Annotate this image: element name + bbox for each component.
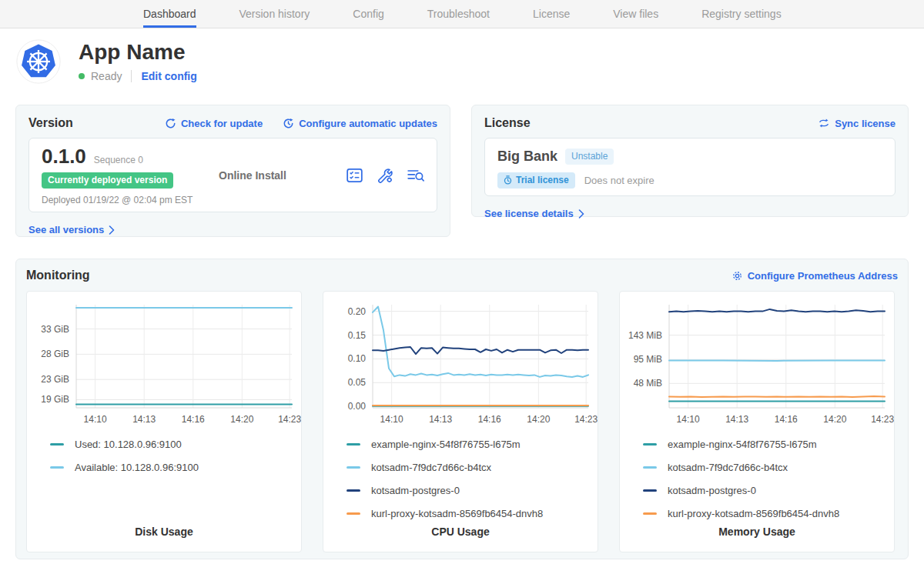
see-license-details-label: See license details: [484, 208, 574, 219]
svg-text:14:23: 14:23: [871, 414, 894, 425]
svg-text:14:20: 14:20: [230, 414, 253, 425]
svg-text:48 MiB: 48 MiB: [634, 378, 662, 389]
monitoring-title: Monitoring: [26, 269, 90, 282]
legend-item: kotsadm-postgres-0: [346, 485, 598, 496]
tab-license[interactable]: License: [533, 0, 570, 28]
legend-swatch: [50, 443, 64, 446]
legend-item: kotsadm-7f9dc7d66c-b4tcx: [643, 462, 894, 473]
clock-refresh-icon: [283, 118, 294, 129]
refresh-icon: [165, 118, 176, 129]
deployed-timestamp: Deployed 01/19/22 @ 02:04 pm EST: [42, 195, 219, 205]
legend-swatch: [346, 489, 360, 492]
svg-text:0.10: 0.10: [348, 353, 367, 364]
sync-license-button[interactable]: Sync license: [818, 118, 896, 129]
status-dot: [79, 73, 85, 79]
disk-usage-plot: 33 GiB28 GiB23 GiB19 GiB14:1014:1314:161…: [27, 292, 301, 431]
legend-label: kotsadm-7f9dc7d66c-b4tcx: [371, 462, 491, 473]
chart-series-line: [669, 309, 885, 312]
see-all-versions-link[interactable]: See all versions: [28, 224, 115, 235]
gear-icon: [732, 270, 743, 282]
cpu-usage-plot: 0.000.050.100.150.2014:1014:1314:1614:20…: [323, 292, 598, 431]
chart-series-line: [373, 307, 588, 377]
expiry-text: Does not expire: [584, 175, 654, 186]
legend-item: kotsadm-7f9dc7d66c-b4tcx: [346, 462, 598, 473]
stopwatch-icon: [504, 175, 512, 185]
customer-name: Big Bank: [497, 149, 557, 165]
see-license-details-link[interactable]: See license details: [484, 208, 584, 219]
svg-text:14:16: 14:16: [182, 414, 205, 425]
cpu-usage-legend: example-nginx-54f8f76755-l675mkotsadm-7f…: [323, 431, 598, 519]
svg-text:14:10: 14:10: [84, 414, 107, 425]
svg-text:14:16: 14:16: [478, 414, 501, 425]
edit-config-link[interactable]: Edit config: [141, 70, 196, 82]
svg-text:23 GiB: 23 GiB: [41, 374, 69, 385]
svg-text:95 MiB: 95 MiB: [634, 354, 662, 365]
legend-swatch: [643, 443, 657, 446]
legend-swatch: [643, 512, 657, 515]
legend-swatch: [346, 466, 360, 469]
legend-item: Used: 10.128.0.96:9100: [50, 439, 301, 450]
license-card: License Sync license Big Bank Unstable: [471, 105, 909, 217]
tab-dashboard[interactable]: Dashboard: [143, 0, 196, 28]
check-for-update-label: Check for update: [181, 118, 263, 129]
svg-text:0.00: 0.00: [348, 401, 367, 412]
legend-label: kurl-proxy-kotsadm-8569fb6454-dnvh8: [371, 508, 543, 519]
wrench-gear-icon[interactable]: [377, 168, 393, 183]
license-details-box: Big Bank Unstable Trial license Does not…: [484, 138, 896, 196]
tab-troubleshoot[interactable]: Troubleshoot: [427, 0, 490, 28]
line-chart-svg: 143 MiB95 MiB48 MiB14:1014:1314:1614:201…: [620, 295, 894, 431]
version-card: Version Check for update: [15, 105, 450, 237]
preflight-checklist-icon[interactable]: [346, 168, 363, 183]
legend-swatch: [346, 443, 360, 446]
configure-prometheus-button[interactable]: Configure Prometheus Address: [732, 270, 898, 282]
memory-usage-legend: example-nginx-54f8f76755-l675mkotsadm-7f…: [620, 431, 894, 519]
legend-label: Used: 10.128.0.96:9100: [75, 439, 182, 450]
see-all-versions-label: See all versions: [28, 224, 104, 235]
kubernetes-logo-icon: [15, 38, 62, 85]
svg-text:14:23: 14:23: [574, 414, 598, 425]
svg-text:0.20: 0.20: [348, 306, 367, 317]
tab-config[interactable]: Config: [353, 0, 383, 28]
legend-swatch: [643, 489, 657, 492]
app-header: App Name Ready Edit config: [15, 38, 909, 85]
svg-text:143 MiB: 143 MiB: [628, 330, 662, 341]
legend-swatch: [643, 466, 657, 469]
legend-item: example-nginx-54f8f76755-l675m: [346, 439, 598, 450]
version-number: 0.1.0: [42, 145, 86, 169]
legend-item: kurl-proxy-kotsadm-8569fb6454-dnvh8: [643, 508, 894, 519]
legend-item: kotsadm-postgres-0: [643, 485, 894, 496]
tab-view-files[interactable]: View files: [613, 0, 658, 28]
trial-license-label: Trial license: [516, 175, 569, 185]
monitoring-section: Monitoring Configure Prometheus Address …: [15, 259, 909, 559]
configure-automatic-updates-button[interactable]: Configure automatic updates: [283, 118, 437, 129]
chevron-right-icon: [109, 225, 115, 235]
line-chart-svg: 33 GiB28 GiB23 GiB19 GiB14:1014:1314:161…: [27, 295, 301, 431]
configure-prometheus-label: Configure Prometheus Address: [748, 270, 898, 282]
status-badge: Ready: [91, 70, 122, 82]
disk-usage-legend: Used: 10.128.0.96:9100Available: 10.128.…: [27, 431, 301, 473]
trial-license-badge: Trial license: [497, 172, 575, 189]
view-logs-icon[interactable]: [407, 168, 424, 183]
legend-label: kurl-proxy-kotsadm-8569fb6454-dnvh8: [668, 508, 839, 519]
legend-item: kurl-proxy-kotsadm-8569fb6454-dnvh8: [346, 508, 598, 519]
svg-text:19 GiB: 19 GiB: [41, 394, 69, 405]
memory-usage-plot: 143 MiB95 MiB48 MiB14:1014:1314:1614:201…: [620, 292, 894, 431]
chevron-right-icon: [578, 209, 584, 219]
version-card-title: Version: [28, 116, 73, 130]
chart-title-disk: Disk Usage: [27, 526, 301, 552]
svg-text:14:16: 14:16: [775, 414, 798, 425]
tab-version-history[interactable]: Version history: [239, 0, 310, 28]
tab-registry-settings[interactable]: Registry settings: [701, 0, 781, 28]
legend-label: example-nginx-54f8f76755-l675m: [668, 439, 817, 450]
svg-text:14:13: 14:13: [132, 414, 156, 425]
legend-item: Available: 10.128.0.96:9100: [50, 462, 301, 473]
svg-text:14:20: 14:20: [823, 414, 846, 425]
svg-text:0.15: 0.15: [348, 330, 367, 341]
svg-text:33 GiB: 33 GiB: [41, 324, 69, 335]
version-sequence: Sequence 0: [94, 155, 143, 165]
svg-text:0.05: 0.05: [348, 377, 367, 388]
chart-title-memory: Memory Usage: [620, 526, 894, 552]
check-for-update-button[interactable]: Check for update: [165, 118, 263, 129]
channel-badge: Unstable: [565, 149, 614, 165]
chart-series-line: [669, 396, 885, 397]
